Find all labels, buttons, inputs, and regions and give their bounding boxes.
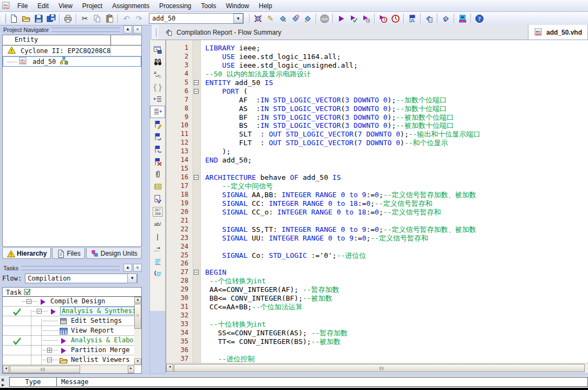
print-icon[interactable] [62,13,74,24]
panel-close-button[interactable]: x [133,25,142,34]
scroll-left-button[interactable]: ◄ [3,366,9,373]
task-column-header[interactable]: Task [3,288,141,297]
code-line-5[interactable]: 5−ENTITY add_50 IS [166,79,588,87]
task-row-edit-settings[interactable]: Edit Settings [3,316,141,326]
menu-window[interactable]: Window [221,1,254,11]
assignment-editor-icon[interactable]: ✎ [264,13,277,24]
code-line-34[interactable]: 34 SS<=CONV_INTEGER(AS); --暂存加数 [166,329,588,337]
hscroll-thumb[interactable]: ⦀⦀ [10,366,80,373]
code-line-8[interactable]: 8 AS :IN STD_LOGIC_VECTOR(3 DOWNTO 0);--… [166,105,588,113]
code-line-23[interactable]: 23 SIGNAL UU: INTEGER RANGE 0 to 9:=0;--… [166,234,588,243]
code-line-12[interactable]: 12 FLT : OUT STD_LOGIC_VECTOR(7 DOWNTO 0… [166,139,588,147]
scroll-right-button[interactable]: ► [128,366,134,373]
timing-wizard-icon[interactable] [289,13,302,24]
design-assistant-icon[interactable] [302,13,314,24]
goto-line-icon[interactable]: 267268 [150,205,165,218]
collapse-icon[interactable]: − [27,299,31,304]
copy-icon[interactable] [91,13,103,24]
task-row-view-report[interactable]: View Report [3,326,141,336]
editor-hscroll-thumb[interactable]: ⦀⦀ [174,364,585,372]
menu-processing[interactable]: Processing [154,1,196,11]
stop-icon[interactable]: STOP [318,13,331,24]
panel-collapse-button[interactable]: ▲ [123,25,132,34]
analyze-file-icon[interactable] [150,193,165,205]
tab-hierarchy[interactable]: !Hierarchy [2,248,51,259]
decrease-indent-icon[interactable]: + [150,106,165,118]
menu-tools[interactable]: Tools [196,1,221,11]
code-line-35[interactable]: 35 TT<= CONV_INTEGER(BS);--被加数 [166,337,588,346]
document-tab-add-50-vhd[interactable]: abcVHDadd_50.vhd [528,25,588,40]
fold-collapse-icon[interactable]: − [194,270,199,275]
open-in-main-window-icon[interactable] [150,43,165,56]
code-line-36[interactable]: 36 [166,346,588,355]
task-row-compile-design[interactable]: −Compile Design [3,297,141,307]
code-line-26[interactable]: 26 [166,259,588,268]
scroll-up-button[interactable]: ▲ [134,297,141,303]
find-icon[interactable] [150,56,165,68]
project-navigator-titlebar[interactable]: Project Navigator ▲ x [3,25,142,34]
menu-edit[interactable]: Edit [32,1,54,11]
code-line-18[interactable]: 18 SIGNAL AA,BB: INTEGER RANGE 0 to 9:=0… [166,191,588,199]
fold-collapse-icon[interactable]: − [194,80,199,85]
task-row-analysis-elaborati[interactable]: Analysis & Elaborati [3,336,141,346]
programmer-icon[interactable] [456,13,469,24]
code-line-28[interactable]: 28 --个位转换为int [166,277,588,285]
code-line-31[interactable]: 31 CC<=AA+BB;--个位加法运算 [166,303,588,311]
flow-dropdown-arrow[interactable]: ▼ [127,274,137,283]
increase-indent-icon[interactable]: + [150,93,165,106]
tab-design-units[interactable]: Design Units [86,248,142,259]
tree-item-device[interactable]: ! Cyclone II: EP2C8Q208C8 [3,46,141,56]
start-timing-icon[interactable] [360,13,373,24]
task-row-partition-merge[interactable]: +Partition Merge [3,346,141,355]
clear-highlight-icon[interactable] [150,268,165,280]
start-analysis-synthesis-icon[interactable] [348,13,360,24]
toggle-bookmark-icon[interactable] [150,118,165,131]
task-vscrollbar[interactable]: ▲ ≡ ▼ [134,297,141,365]
toolbar-grip[interactable] [3,14,6,23]
fold-collapse-icon[interactable]: − [194,175,199,180]
code-line-2[interactable]: 2 USE ieee.std_logic_1164.all; [166,53,588,61]
menu-assignments[interactable]: Assignments [107,1,154,11]
compilation-report-icon[interactable] [423,13,435,24]
menu-file[interactable]: File [12,1,32,11]
powerplay-icon[interactable] [440,13,452,24]
code-line-19[interactable]: 19 SIGNAL CC: INTEGER RANGE 0 to 18:=0;-… [166,199,588,208]
tree-item-add-50[interactable]: abcVHD add_50 [3,56,141,67]
highlight-lines-icon[interactable] [150,255,165,268]
collapse-icon[interactable]: − [47,358,52,362]
editor-scroll-left-button[interactable]: ◄ [166,364,173,372]
messages-message-header[interactable]: Message [56,377,588,387]
scroll-down-button[interactable]: ▼ [134,359,141,365]
current-entity-combo[interactable]: add_50 ▼ [149,13,244,24]
task-hscrollbar[interactable]: ◄ ⦀⦀ ► [3,365,134,373]
classic-timing-icon[interactable] [389,13,402,24]
code-line-24[interactable]: 24 [166,243,588,251]
save-icon[interactable] [32,13,45,24]
vscroll-thumb[interactable]: ≡ [134,304,141,329]
editor-hscrollbar[interactable]: ◄ ⦀⦀ [166,363,588,373]
code-line-6[interactable]: 6− PORT ( [166,87,588,96]
document-tab-compilation-report-flow-summary[interactable]: Compilation Report - Flow Summary [159,25,528,40]
attach-note-icon[interactable] [150,168,165,180]
next-bookmark-icon[interactable] [150,131,165,143]
tab-stops-icon[interactable] [150,243,165,255]
save-all-icon[interactable] [45,13,57,24]
simulator-icon[interactable] [406,13,419,24]
tab-files[interactable]: Files [52,248,84,259]
code-line-22[interactable]: 22 SIGNAL SS,TT: INTEGER RANGE 0 to 9:=0… [166,225,588,234]
code-line-20[interactable]: 20 SIGNAL CC_o: INTEGER RANGE 0 to 18:=0… [166,208,588,217]
code-line-37[interactable]: 37 --进位控制 [166,355,588,363]
task-row-netlist-viewers[interactable]: −Netlist Viewers [3,355,141,365]
code-line-13[interactable]: 13 ); [166,147,588,156]
expand-icon[interactable]: + [47,348,52,353]
flow-combo[interactable]: Compilation ▼ [25,274,138,283]
messages-expand-icon[interactable]: ▶ [2,383,4,387]
code-line-10[interactable]: 10 BS :IN STD_LOGIC_VECTOR(3 DOWNTO 0);-… [166,121,588,130]
clear-bookmarks-icon[interactable] [150,155,165,168]
help-icon[interactable]: ? [473,13,486,24]
settings-icon[interactable] [252,13,264,24]
fold-collapse-icon[interactable]: − [194,89,199,94]
entity-column-header[interactable]: Entity [3,35,141,46]
column-guide-icon[interactable]: | [150,230,165,243]
combo-dropdown-arrow[interactable]: ▼ [233,14,243,23]
